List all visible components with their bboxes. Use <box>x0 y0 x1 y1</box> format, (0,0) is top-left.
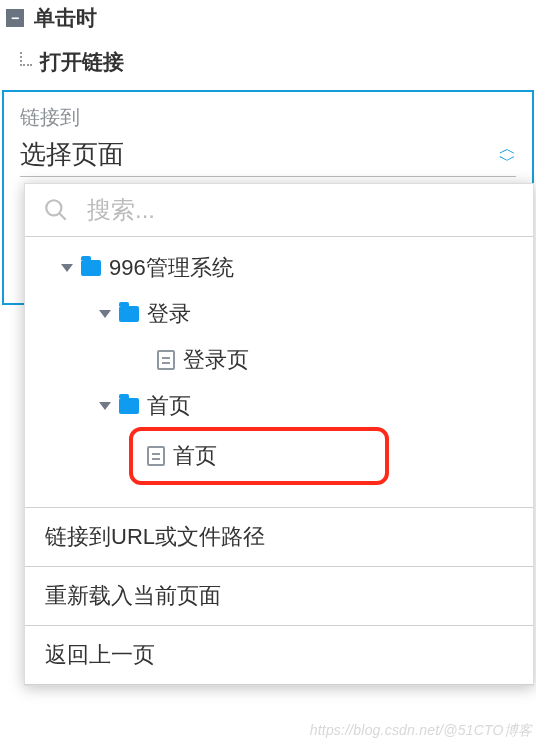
collapse-icon[interactable]: − <box>6 9 24 27</box>
highlight-annotation: 首页 <box>129 427 389 485</box>
caret-down-icon <box>99 402 111 410</box>
divider <box>25 684 533 685</box>
tree-label: 登录页 <box>183 345 249 375</box>
option-link-url[interactable]: 链接到URL或文件路径 <box>25 508 533 566</box>
tree-page-login[interactable]: 登录页 <box>33 337 529 383</box>
tree-folder-root[interactable]: 996管理系统 <box>33 245 529 291</box>
page-icon <box>157 350 175 370</box>
tree-folder-login[interactable]: 登录 <box>33 291 529 337</box>
search-row <box>25 184 533 236</box>
option-reload[interactable]: 重新载入当前页面 <box>25 567 533 625</box>
connector-line <box>20 52 32 66</box>
tree-page-home[interactable]: 首页 <box>139 431 379 481</box>
action-label: 打开链接 <box>40 48 124 76</box>
page-tree: 996管理系统 登录 登录页 首页 首页 <box>25 237 533 507</box>
folder-icon <box>119 398 139 414</box>
folder-icon <box>119 306 139 322</box>
tree-label: 996管理系统 <box>109 253 234 283</box>
event-header-row[interactable]: − 单击时 <box>0 0 536 42</box>
action-row[interactable]: 打开链接 <box>0 42 536 90</box>
caret-down-icon <box>99 310 111 318</box>
caret-down-icon <box>61 264 73 272</box>
svg-line-1 <box>59 213 66 220</box>
tree-label: 登录 <box>147 299 191 329</box>
event-title: 单击时 <box>34 4 97 32</box>
link-to-label: 链接到 <box>20 104 516 131</box>
tree-label: 首页 <box>173 441 217 471</box>
select-value: 选择页面 <box>20 137 124 172</box>
select-arrows-icon: ︿﹀ <box>499 143 516 165</box>
svg-point-0 <box>46 200 61 215</box>
search-icon <box>43 197 69 223</box>
folder-icon <box>81 260 101 276</box>
tree-folder-home[interactable]: 首页 <box>33 383 529 429</box>
search-input[interactable] <box>87 196 515 224</box>
option-back[interactable]: 返回上一页 <box>25 626 533 684</box>
watermark-text: https://blog.csdn.net/@51CTO博客 <box>310 722 532 740</box>
page-select[interactable]: 选择页面 ︿﹀ <box>20 137 516 177</box>
page-select-dropdown: 996管理系统 登录 登录页 首页 首页 链接到URL或文件路径 重新载入当前页… <box>24 183 534 686</box>
tree-label: 首页 <box>147 391 191 421</box>
page-icon <box>147 446 165 466</box>
